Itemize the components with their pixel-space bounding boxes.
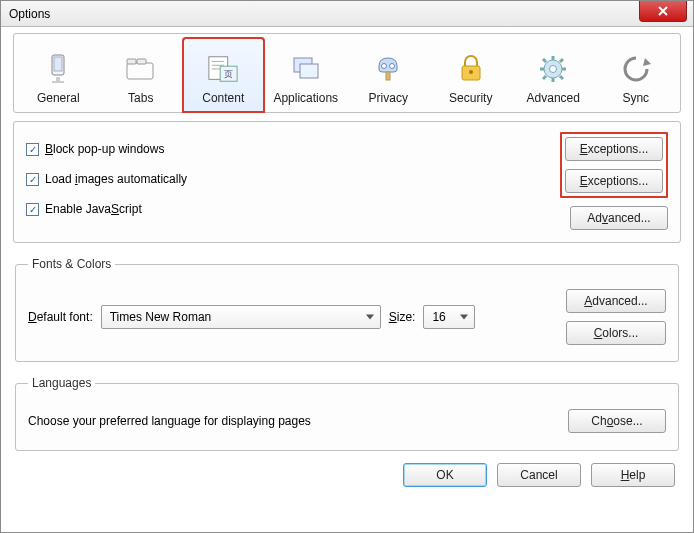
tab-label: Security xyxy=(449,91,492,105)
default-font-label: Default font: xyxy=(28,310,93,324)
default-font-value: Times New Roman xyxy=(110,310,212,324)
fonts-colors-group: Fonts & Colors Default font: Times New R… xyxy=(15,257,679,362)
sync-icon xyxy=(620,53,652,85)
tab-content[interactable]: 页 Content xyxy=(183,38,264,112)
tab-advanced[interactable]: Advanced xyxy=(513,38,594,112)
javascript-advanced-button[interactable]: Advanced... xyxy=(570,206,668,230)
tab-privacy[interactable]: Privacy xyxy=(348,38,429,112)
default-font-select[interactable]: Times New Roman xyxy=(101,305,381,329)
block-popups-exceptions-button[interactable]: Exceptions... xyxy=(565,137,663,161)
cancel-button[interactable]: Cancel xyxy=(497,463,581,487)
svg-point-21 xyxy=(550,66,557,73)
languages-legend: Languages xyxy=(28,376,95,390)
privacy-icon xyxy=(372,53,404,85)
load-images-label: Load images automatically xyxy=(45,172,187,186)
dialog-button-row: OK Cancel Help xyxy=(13,463,681,487)
svg-point-15 xyxy=(382,64,387,69)
load-images-checkbox[interactable]: ✓ xyxy=(26,173,39,186)
tab-label: Sync xyxy=(622,91,649,105)
svg-line-29 xyxy=(543,76,546,79)
tab-label: Content xyxy=(202,91,244,105)
block-popups-label: Block pop-up windows xyxy=(45,142,164,156)
font-size-select[interactable]: 16 xyxy=(423,305,475,329)
svg-marker-30 xyxy=(643,58,651,66)
tab-applications[interactable]: Applications xyxy=(266,38,347,112)
svg-point-19 xyxy=(469,70,473,74)
tab-security[interactable]: Security xyxy=(431,38,512,112)
tab-label: General xyxy=(37,91,80,105)
svg-rect-4 xyxy=(127,63,153,79)
languages-group: Languages Choose your preferred language… xyxy=(15,376,679,451)
svg-rect-5 xyxy=(127,59,136,64)
gear-icon xyxy=(537,53,569,85)
applications-icon xyxy=(290,53,322,85)
fonts-advanced-button[interactable]: Advanced... xyxy=(566,289,666,313)
tab-sync[interactable]: Sync xyxy=(596,38,677,112)
tab-label: Privacy xyxy=(369,91,408,105)
exceptions-highlight: Exceptions... Exceptions... xyxy=(560,132,668,198)
svg-rect-1 xyxy=(54,57,62,71)
close-icon xyxy=(657,5,669,17)
enable-javascript-checkbox[interactable]: ✓ xyxy=(26,203,39,216)
block-popups-checkbox[interactable]: ✓ xyxy=(26,143,39,156)
font-size-value: 16 xyxy=(432,310,445,324)
close-button[interactable] xyxy=(639,0,687,22)
svg-line-26 xyxy=(543,59,546,62)
ok-button[interactable]: OK xyxy=(403,463,487,487)
svg-rect-6 xyxy=(137,59,146,64)
tabs-icon xyxy=(125,53,157,85)
title-bar: Options xyxy=(1,1,693,27)
content-settings-group: ✓ Block pop-up windows ✓ Load images aut… xyxy=(13,121,681,243)
svg-text:页: 页 xyxy=(224,68,233,79)
svg-rect-2 xyxy=(56,77,60,81)
svg-line-28 xyxy=(560,59,563,62)
tab-tabs[interactable]: Tabs xyxy=(101,38,182,112)
choose-language-button[interactable]: Choose... xyxy=(568,409,666,433)
tab-label: Tabs xyxy=(128,91,153,105)
svg-rect-14 xyxy=(300,64,318,78)
svg-rect-17 xyxy=(386,72,390,80)
load-images-exceptions-button[interactable]: Exceptions... xyxy=(565,169,663,193)
tab-label: Applications xyxy=(273,91,338,105)
svg-rect-3 xyxy=(52,81,64,83)
languages-description: Choose your preferred language for displ… xyxy=(28,414,311,428)
category-tabstrip: General Tabs 页 Content Applications Priv… xyxy=(13,33,681,113)
tab-general[interactable]: General xyxy=(18,38,99,112)
colors-button[interactable]: Colors... xyxy=(566,321,666,345)
fonts-colors-legend: Fonts & Colors xyxy=(28,257,115,271)
general-icon xyxy=(42,53,74,85)
help-button[interactable]: Help xyxy=(591,463,675,487)
content-icon: 页 xyxy=(207,53,239,85)
svg-point-16 xyxy=(390,64,395,69)
svg-line-27 xyxy=(560,76,563,79)
tab-label: Advanced xyxy=(527,91,580,105)
size-label: Size: xyxy=(389,310,416,324)
enable-javascript-label: Enable JavaScript xyxy=(45,202,142,216)
security-icon xyxy=(455,53,487,85)
window-title: Options xyxy=(9,7,50,21)
